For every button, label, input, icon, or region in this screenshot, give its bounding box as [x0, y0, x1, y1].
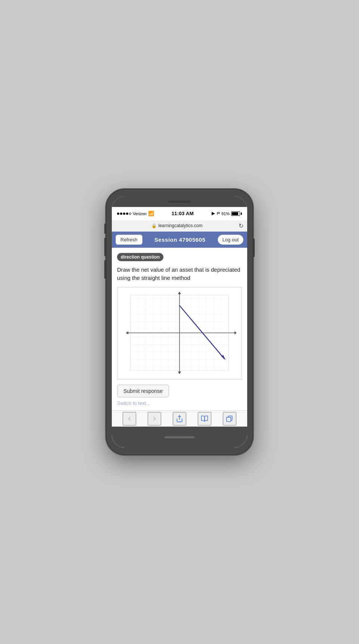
signal-dot-5 — [129, 213, 131, 215]
main-content: direction question Draw the net value of… — [112, 248, 247, 410]
status-right: ⯈ 𐅅 91% — [211, 211, 242, 216]
svg-rect-10 — [226, 417, 231, 422]
browser-share-button[interactable] — [173, 412, 186, 425]
submit-response-button[interactable]: Submit response — [117, 385, 169, 397]
power-button[interactable] — [253, 238, 255, 257]
side-buttons-left — [104, 223, 106, 279]
phone-top-bar — [112, 196, 247, 207]
battery-tip — [241, 213, 242, 215]
svg-marker-3 — [126, 332, 128, 335]
battery-fill — [232, 212, 238, 215]
browser-back-button[interactable] — [123, 412, 136, 425]
browser-tabs-button[interactable] — [223, 412, 236, 425]
lock-icon: 🔒 — [151, 223, 157, 228]
status-left: Verizon 📶 — [117, 211, 154, 216]
home-indicator — [165, 436, 194, 438]
browser-toolbar — [112, 410, 247, 427]
refresh-button[interactable]: Refresh — [116, 235, 142, 245]
bluetooth-icon: 𐅅 — [217, 211, 220, 216]
browser-refresh-button[interactable]: ↻ — [239, 222, 243, 229]
address-bar: 🔒 learningcatalytics.com ↻ — [112, 220, 247, 232]
mute-button[interactable] — [104, 223, 106, 234]
app-header: Refresh Session 47905605 Log out — [112, 232, 247, 248]
signal-dot-3 — [123, 213, 125, 215]
question-text: Draw the net value of an asset that is d… — [117, 266, 242, 282]
url-field[interactable]: 🔒 learningcatalytics.com — [116, 223, 239, 228]
browser-forward-button[interactable] — [148, 412, 161, 425]
status-time: 11:03 AM — [172, 211, 194, 216]
phone-screen: Verizon 📶 11:03 AM ⯈ 𐅅 91% 🔒 learni — [112, 196, 247, 448]
svg-marker-6 — [178, 372, 181, 374]
question-tag: direction question — [117, 253, 163, 261]
signal-dot-2 — [120, 213, 122, 215]
graph-container[interactable] — [117, 287, 242, 379]
phone-device: Verizon 📶 11:03 AM ⯈ 𐅅 91% 🔒 learni — [107, 190, 252, 454]
browser-bookmarks-button[interactable] — [198, 412, 211, 425]
svg-marker-2 — [234, 332, 236, 335]
gps-icon: ⯈ — [211, 211, 215, 216]
signal-dots — [117, 213, 131, 215]
signal-dot-1 — [117, 213, 119, 215]
phone-bottom — [112, 427, 247, 448]
url-text: learningcatalytics.com — [158, 223, 202, 228]
wifi-icon: 📶 — [148, 211, 154, 216]
phone-speaker — [168, 201, 191, 203]
battery-percent: 91% — [221, 211, 230, 216]
svg-marker-5 — [178, 292, 181, 294]
signal-dot-4 — [126, 213, 128, 215]
session-label: Session 47905605 — [154, 236, 205, 243]
partial-text: Switch to text... — [117, 400, 242, 406]
battery-body — [231, 211, 240, 216]
carrier-label: Verizon — [133, 211, 147, 216]
logout-button[interactable]: Log out — [218, 235, 243, 245]
status-bar: Verizon 📶 11:03 AM ⯈ 𐅅 91% — [112, 207, 247, 220]
volume-up-button[interactable] — [104, 238, 106, 256]
side-buttons-right — [253, 238, 255, 257]
volume-down-button[interactable] — [104, 260, 106, 279]
graph-svg[interactable] — [123, 291, 236, 375]
battery-indicator — [231, 211, 242, 216]
